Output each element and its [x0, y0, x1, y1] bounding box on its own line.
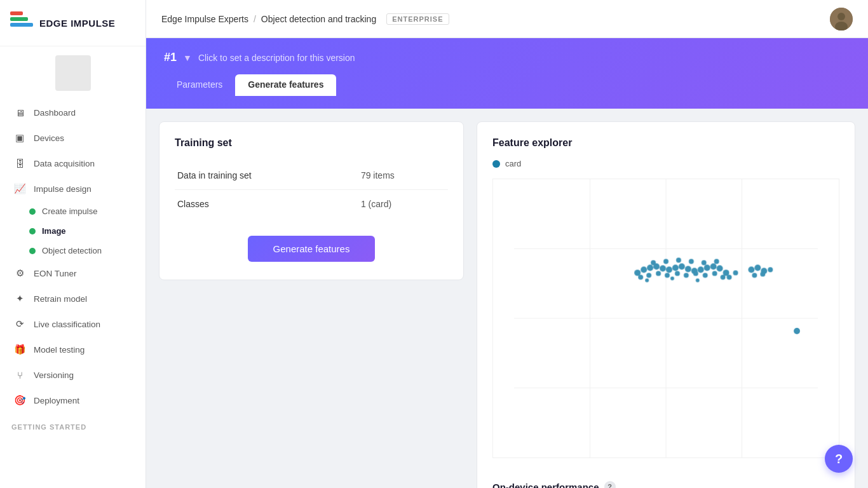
sidebar-sub-label: Object detection [42, 246, 102, 255]
svg-point-29 [684, 273, 689, 278]
eon-icon: ⚙ [13, 267, 26, 280]
sidebar-sub-label: Create impulse [42, 207, 97, 216]
sidebar-item-versioning[interactable]: ⑂ Versioning [0, 362, 146, 388]
svg-point-42 [696, 278, 700, 282]
logo-icon [10, 11, 33, 34]
sidebar-item-model-testing[interactable]: 🎁 Model testing [0, 337, 146, 362]
svg-point-19 [698, 266, 704, 273]
enterprise-badge: ENTERPRISE [386, 13, 449, 25]
table-row: Classes 1 (card) [175, 190, 448, 219]
training-set-title: Training set [175, 137, 448, 149]
svg-point-45 [748, 266, 754, 273]
retrain-icon: ✦ [13, 292, 26, 305]
sidebar-item-dashboard[interactable]: 🖥 Dashboard [0, 100, 146, 125]
content-area: Training set Data in training set 79 ite… [146, 109, 868, 488]
sidebar-item-impulse-design[interactable]: 📈 Impulse design [0, 176, 146, 201]
svg-point-44 [733, 270, 738, 275]
profile-box [55, 55, 91, 91]
sidebar-item-data-acquisition[interactable]: 🗄 Data acquisition [0, 151, 146, 176]
sidebar-item-label: Model testing [34, 345, 85, 355]
logo-area: EDGE IMPULSE [0, 0, 146, 46]
svg-point-32 [712, 271, 717, 276]
main-area: Edge Impulse Experts / Object detection … [146, 0, 868, 488]
svg-point-22 [717, 265, 723, 271]
svg-point-34 [651, 260, 656, 265]
user-avatar[interactable] [830, 8, 853, 30]
svg-point-35 [663, 259, 668, 264]
sidebar-item-retrain-model[interactable]: ✦ Retrain model [0, 286, 146, 311]
svg-point-17 [685, 266, 691, 272]
svg-point-16 [679, 263, 685, 269]
dashboard-icon: 🖥 [13, 106, 26, 119]
devices-icon: ▣ [13, 132, 26, 144]
table-row: Data in training set 79 items [175, 161, 448, 190]
right-panel: Feature explorer card [477, 109, 868, 488]
sidebar-item-deployment[interactable]: 🎯 Deployment [0, 388, 146, 413]
sidebar-item-create-impulse[interactable]: Create impulse [0, 201, 146, 221]
svg-point-13 [660, 265, 666, 271]
svg-point-21 [710, 263, 717, 269]
sidebar-item-image[interactable]: Image [0, 221, 146, 241]
breadcrumb-link[interactable]: Edge Impulse Experts [161, 14, 248, 24]
tab-generate-features[interactable]: Generate features [235, 74, 336, 96]
svg-point-38 [702, 260, 707, 265]
sidebar-item-label: Retrain model [34, 294, 87, 304]
svg-point-33 [721, 274, 726, 280]
on-device-title: On-device performance [492, 482, 599, 489]
svg-point-15 [672, 264, 679, 271]
feature-viz [492, 179, 839, 458]
sidebar-item-label: EON Tuner [34, 269, 77, 278]
svg-point-1 [837, 13, 845, 20]
tab-bar: Parameters Generate features [164, 74, 850, 96]
getting-started-label: GETTING STARTED [0, 413, 146, 435]
help-fab-button[interactable]: ? [825, 445, 853, 473]
sidebar-item-label: Devices [34, 133, 64, 143]
sidebar-item-label: Versioning [34, 370, 74, 380]
create-impulse-dot [29, 208, 36, 215]
image-dot [29, 228, 36, 234]
deployment-icon: 🎯 [13, 394, 26, 407]
sidebar-item-object-detection[interactable]: Object detection [0, 241, 146, 261]
sidebar-item-label: Data acquisition [34, 159, 95, 168]
svg-point-25 [646, 273, 651, 278]
legend: card [492, 159, 839, 168]
svg-point-10 [641, 266, 647, 273]
feature-explorer-card: Feature explorer card [477, 121, 855, 488]
svg-point-39 [714, 259, 719, 264]
svg-point-46 [754, 264, 761, 271]
sidebar: EDGE IMPULSE 🖥 Dashboard ▣ Devices 🗄 Dat… [0, 0, 146, 488]
help-fab-label: ? [835, 452, 843, 466]
on-device-help-icon[interactable]: ? [604, 481, 616, 488]
svg-point-20 [704, 264, 710, 271]
sidebar-item-devices[interactable]: ▣ Devices [0, 125, 146, 151]
left-panel: Training set Data in training set 79 ite… [146, 109, 477, 488]
breadcrumb: Edge Impulse Experts / Object detection … [161, 13, 449, 25]
svg-point-41 [670, 276, 674, 280]
sidebar-item-eon-tuner[interactable]: ⚙ EON Tuner [0, 261, 146, 286]
svg-point-57 [794, 328, 800, 334]
legend-label-card: card [505, 159, 521, 168]
data-in-training-label: Data in training set [175, 161, 358, 190]
version-dropdown[interactable]: ▼ [183, 53, 192, 63]
svg-point-50 [760, 271, 765, 276]
svg-point-31 [703, 273, 708, 278]
svg-point-30 [693, 271, 698, 276]
legend-dot-card [492, 160, 500, 168]
training-info-table: Data in training set 79 items Classes 1 … [175, 161, 448, 218]
data-icon: 🗄 [13, 157, 26, 170]
on-device-performance-header: On-device performance ? [492, 471, 839, 488]
sidebar-item-label: Deployment [34, 396, 79, 405]
svg-point-28 [675, 271, 680, 276]
svg-point-36 [676, 257, 681, 262]
version-banner: #1 ▼ Click to set a description for this… [146, 38, 868, 109]
svg-point-24 [638, 274, 643, 280]
svg-point-26 [656, 271, 661, 276]
version-title: #1 ▼ Click to set a description for this… [164, 51, 850, 64]
svg-point-14 [666, 266, 672, 273]
svg-point-27 [665, 273, 670, 278]
tab-parameters[interactable]: Parameters [164, 74, 235, 96]
version-description[interactable]: Click to set a description for this vers… [198, 53, 355, 63]
classes-value: 1 (card) [358, 190, 448, 219]
generate-features-button[interactable]: Generate features [248, 236, 376, 262]
sidebar-item-live-classification[interactable]: ⟳ Live classification [0, 311, 146, 337]
